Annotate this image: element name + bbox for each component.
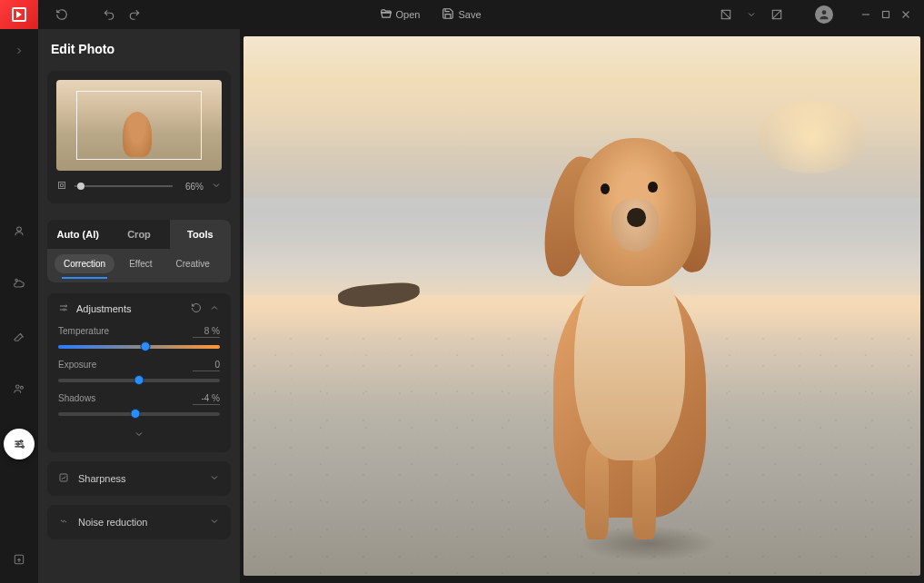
svg-point-5 — [15, 279, 17, 281]
chevron-down-icon[interactable] — [211, 178, 222, 194]
checker-button[interactable] — [717, 5, 735, 24]
subtab-correction[interactable]: Correction — [55, 254, 114, 273]
collapse-panel-button[interactable] — [6, 38, 32, 64]
exposure-slider[interactable] — [58, 379, 220, 382]
sharpness-section[interactable]: Sharpness — [47, 461, 231, 496]
rail-adjustments[interactable] — [4, 429, 35, 459]
app-logo[interactable] — [0, 0, 38, 29]
chevron-up-icon[interactable] — [209, 302, 220, 315]
svg-point-6 — [16, 385, 20, 389]
fit-screen-icon[interactable] — [56, 178, 67, 194]
svg-point-7 — [20, 386, 23, 389]
reset-section-button[interactable] — [191, 302, 202, 315]
save-label: Save — [458, 9, 481, 20]
sliders-icon — [58, 302, 69, 315]
rail-weather[interactable] — [6, 271, 32, 296]
show-more-button[interactable] — [58, 427, 220, 443]
reset-button[interactable] — [53, 5, 71, 24]
temperature-slider-block: Temperature 8 % — [58, 326, 220, 349]
rail-portrait[interactable] — [6, 218, 32, 243]
open-label: Open — [396, 9, 421, 20]
canvas-area[interactable] — [240, 29, 924, 583]
user-avatar[interactable] — [815, 5, 833, 24]
sharpness-label: Sharpness — [78, 473, 126, 484]
open-button[interactable]: Open — [373, 7, 428, 22]
exposure-value[interactable]: 0 — [193, 360, 220, 371]
folder-open-icon — [380, 7, 392, 22]
subtab-effect[interactable]: Effect — [120, 254, 161, 273]
noise-label: Noise reduction — [78, 517, 147, 528]
tab-crop[interactable]: Crop — [108, 220, 169, 249]
svg-point-8 — [20, 440, 22, 442]
save-button[interactable]: Save — [434, 7, 488, 22]
shadows-slider[interactable] — [58, 412, 220, 416]
photo-preview — [243, 36, 920, 576]
undo-button[interactable] — [100, 5, 118, 24]
close-button[interactable] — [899, 7, 913, 22]
adjustments-title: Adjustments — [76, 303, 132, 314]
zoom-slider[interactable] — [75, 185, 173, 187]
svg-rect-12 — [59, 183, 65, 189]
svg-point-13 — [65, 305, 67, 307]
svg-point-14 — [64, 309, 65, 311]
chevron-down-icon — [209, 516, 220, 529]
svg-rect-3 — [883, 12, 889, 18]
edit-panel: Edit Photo 66% Auto (AI) Crop Tools — [38, 29, 240, 583]
subtab-creative[interactable]: Creative — [167, 254, 219, 273]
temperature-label: Temperature — [58, 326, 109, 336]
minimize-button[interactable] — [859, 7, 873, 22]
exposure-slider-block: Exposure 0 — [58, 360, 220, 382]
zoom-value: 66% — [180, 182, 204, 192]
svg-point-9 — [17, 443, 19, 445]
exposure-label: Exposure — [58, 360, 96, 370]
tab-tools[interactable]: Tools — [170, 220, 231, 249]
shadows-label: Shadows — [58, 393, 95, 403]
temperature-slider[interactable] — [58, 345, 220, 349]
adjustments-section: Adjustments Temperature 8 % Exposure — [47, 293, 231, 452]
topbar: Open Save — [0, 0, 924, 29]
preview-thumbnail[interactable] — [56, 80, 222, 171]
temperature-value[interactable]: 8 % — [193, 326, 220, 338]
shadows-value[interactable]: -4 % — [193, 393, 220, 405]
tab-auto-ai[interactable]: Auto (AI) — [47, 220, 108, 249]
rail-eraser[interactable] — [6, 323, 32, 349]
tabs-card: Auto (AI) Crop Tools Correction Effect C… — [47, 220, 231, 282]
save-icon — [442, 7, 454, 22]
compare-button[interactable] — [768, 5, 786, 24]
panel-title: Edit Photo — [38, 29, 240, 64]
maximize-button[interactable] — [879, 7, 893, 22]
preview-card: 66% — [47, 71, 231, 203]
noise-icon — [58, 516, 69, 529]
rail-export[interactable] — [6, 547, 32, 572]
chevron-down-icon — [209, 472, 220, 485]
svg-point-4 — [17, 227, 22, 232]
noise-reduction-section[interactable]: Noise reduction — [47, 505, 231, 539]
sharpness-icon — [58, 472, 69, 485]
redo-button[interactable] — [125, 5, 144, 24]
shadows-slider-block: Shadows -4 % — [58, 393, 220, 416]
sidebar-rail — [0, 29, 38, 583]
svg-point-10 — [22, 446, 24, 448]
chevron-down-icon[interactable] — [742, 5, 760, 24]
svg-point-2 — [822, 10, 827, 15]
rail-people[interactable] — [6, 376, 32, 401]
